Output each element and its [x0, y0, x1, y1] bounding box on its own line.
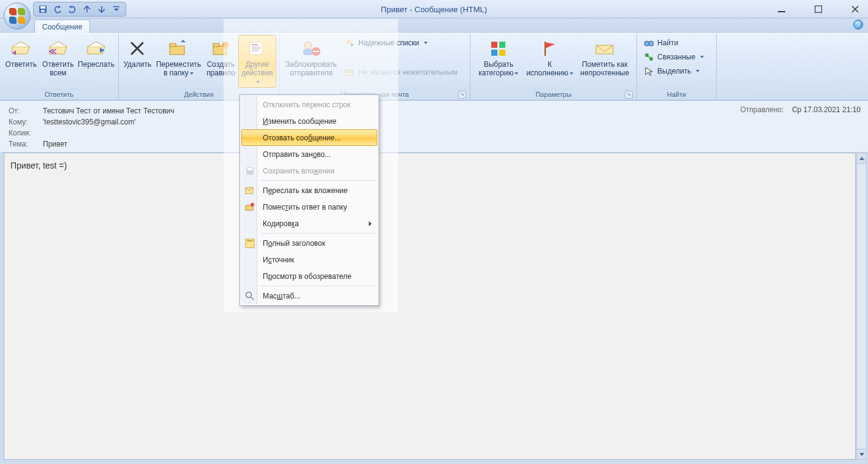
reply-all-icon	[48, 38, 69, 59]
mark-unread-icon	[594, 38, 615, 59]
safe-lists-icon	[345, 38, 355, 48]
other-actions-button[interactable]: Другие действия	[238, 35, 276, 88]
menu-separator	[260, 233, 376, 234]
forward-button[interactable]: Переслать	[77, 35, 116, 70]
create-rule-button[interactable]: Создать правило	[203, 35, 238, 79]
svg-rect-24	[491, 50, 497, 56]
block-sender-icon	[301, 38, 322, 59]
reply-icon	[10, 38, 31, 59]
svg-rect-15	[252, 50, 258, 51]
select-button[interactable]: Выделить	[642, 64, 704, 78]
full-header-icon	[245, 238, 255, 248]
follow-up-button[interactable]: К исполнению	[524, 35, 576, 79]
office-button[interactable]	[4, 2, 31, 29]
other-actions-menu: Отключить перенос строк Изменить сообщен…	[240, 94, 379, 306]
message-body-area: Привет, test =)	[0, 153, 868, 461]
svg-rect-14	[252, 48, 260, 50]
move-folder-icon	[168, 38, 189, 59]
menu-edit-message[interactable]: Изменить сообщение	[241, 113, 377, 129]
reply-all-button[interactable]: Ответить всем	[40, 35, 77, 79]
subject-label: Тема:	[6, 139, 40, 150]
from-label: От:	[6, 105, 40, 116]
forward-icon	[86, 38, 107, 59]
other-actions-icon	[247, 38, 268, 59]
flag-icon	[540, 38, 560, 59]
scroll-down-button[interactable]	[857, 449, 866, 459]
svg-rect-13	[252, 47, 260, 48]
ribbon: Ответить Ответить всем Переслать Ответит…	[0, 33, 868, 101]
title-bar: Привет - Сообщение (HTML)	[0, 0, 868, 18]
tab-message[interactable]: Сообщение	[34, 20, 90, 33]
related-button[interactable]: Связанные	[642, 50, 708, 64]
menu-encoding[interactable]: Кодировка	[241, 215, 377, 232]
svg-rect-3	[113, 6, 119, 7]
qat-next-button[interactable]	[95, 3, 108, 15]
menu-view-source[interactable]: Источник	[241, 251, 377, 268]
menu-move-reply-to-folder[interactable]: Поместить ответ в папку	[241, 199, 377, 215]
cc-label: Копия:	[6, 127, 40, 139]
chevron-down-icon	[859, 453, 864, 456]
svg-point-34	[251, 203, 254, 207]
scroll-up-button[interactable]	[857, 153, 866, 164]
categorize-button[interactable]: Выбрать категорию	[473, 35, 524, 79]
mark-unread-button[interactable]: Пометить как непрочтенные	[575, 35, 634, 79]
to-value: 'testtestovic395@gmail.com'	[40, 116, 177, 127]
select-icon	[644, 66, 654, 76]
qat-undo-button[interactable]	[51, 3, 64, 15]
menu-separator	[260, 180, 376, 181]
svg-point-37	[246, 292, 252, 298]
menu-full-header[interactable]: Полный заголовок	[241, 235, 377, 251]
from-value: Тестович Тест от имени Тест Тестович	[40, 105, 177, 116]
zoom-icon	[245, 291, 255, 301]
subject-value: Привет	[40, 139, 177, 150]
related-icon	[644, 52, 654, 62]
junk-group-launcher[interactable]: ↘	[458, 91, 466, 99]
svg-point-20	[346, 39, 351, 44]
office-logo-icon	[9, 8, 25, 24]
svg-rect-5	[815, 6, 822, 12]
categorize-icon	[488, 38, 509, 59]
group-label-find: Найти	[667, 91, 686, 98]
group-label-reply: Ответить	[45, 91, 74, 98]
cc-value	[40, 127, 177, 139]
qat-customize-button[interactable]	[110, 3, 123, 15]
safe-lists-button[interactable]: Надежные списки	[343, 36, 432, 50]
menu-recall-message[interactable]: Отозвать сообщение...	[241, 129, 377, 146]
help-button[interactable]: ?	[853, 20, 863, 29]
svg-rect-9	[213, 44, 219, 47]
menu-forward-as-attachment[interactable]: Переслать как вложение	[241, 182, 377, 199]
vertical-scrollbar[interactable]	[856, 153, 867, 460]
message-body[interactable]: Привет, test =)	[4, 153, 856, 460]
svg-rect-17	[303, 49, 313, 55]
svg-point-27	[649, 41, 654, 46]
group-label-options: Параметры	[535, 91, 572, 98]
svg-point-16	[304, 42, 312, 49]
delete-button[interactable]: Удалить	[121, 35, 154, 70]
maximize-button[interactable]	[808, 3, 829, 15]
svg-rect-6	[170, 46, 184, 55]
menu-zoom[interactable]: Масштаб...	[241, 287, 377, 304]
close-button[interactable]	[845, 3, 866, 15]
svg-rect-4	[778, 11, 785, 12]
svg-rect-23	[499, 42, 505, 48]
window-title: Привет - Сообщение (HTML)	[381, 4, 487, 13]
qat-redo-button[interactable]	[66, 3, 79, 15]
not-junk-button: Не является нежелательным	[343, 66, 462, 79]
minimize-button[interactable]	[771, 3, 792, 15]
move-to-folder-button[interactable]: Переместить в папку	[154, 35, 204, 79]
svg-rect-12	[252, 44, 258, 45]
delete-icon	[127, 38, 148, 59]
menu-view-in-browser[interactable]: Просмотр в обозревателе	[241, 268, 377, 284]
reply-button[interactable]: Ответить	[2, 35, 40, 70]
create-rule-icon	[210, 38, 231, 59]
qat-save-button[interactable]	[36, 3, 50, 15]
find-button[interactable]: Найти	[642, 36, 682, 50]
sent-value: Ср 17.03.2021 21:10	[792, 105, 861, 114]
svg-rect-2	[41, 10, 45, 12]
chevron-up-icon	[859, 157, 864, 160]
options-group-launcher[interactable]: ↘	[625, 91, 633, 99]
binoculars-icon	[644, 38, 654, 48]
block-sender-button[interactable]: Заблокировать отправителя	[282, 35, 341, 79]
qat-prev-button[interactable]	[80, 3, 94, 15]
menu-resend-message[interactable]: Отправить заново...	[241, 146, 377, 162]
